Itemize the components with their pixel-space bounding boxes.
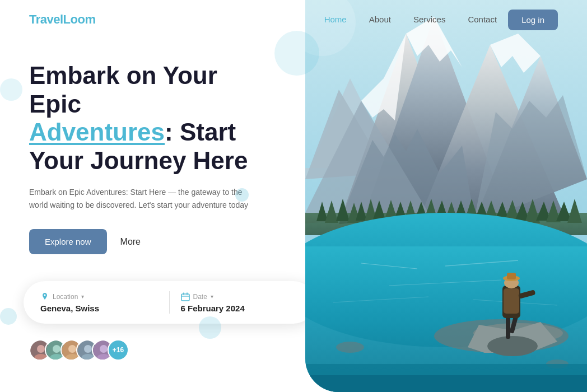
location-label-row: Location ▾ (40, 292, 158, 301)
svg-rect-70 (504, 288, 519, 314)
svg-point-5 (53, 345, 60, 353)
svg-rect-78 (305, 375, 587, 392)
location-label-text: Location (53, 293, 78, 301)
page-wrapper: TravelLoom Home About Services Contact L… (0, 0, 587, 392)
location-value: Geneva, Swiss (40, 304, 158, 313)
date-value: 6 February 2024 (181, 304, 299, 313)
nav-link-about[interactable]: About (369, 15, 391, 24)
hero-scene-svg (305, 0, 587, 392)
nav-item-services[interactable]: Services (413, 15, 446, 25)
svg-point-14 (100, 345, 108, 353)
svg-point-8 (68, 345, 76, 353)
explore-now-button[interactable]: Explore now (29, 229, 107, 254)
nav-links: Home About Services Contact (324, 15, 497, 25)
hero-title-line1: Embark on Your Epic (29, 62, 217, 118)
hero-content: Embark on Your Epic Adventures: Start Yo… (29, 62, 276, 254)
logo-text-after: m (85, 12, 95, 26)
left-panel: Embark on Your Epic Adventures: Start Yo… (0, 0, 305, 392)
hero-buttons: Explore now More (29, 229, 276, 254)
svg-point-66 (487, 336, 538, 356)
avatars-row: +16 (29, 339, 276, 361)
nav-item-contact[interactable]: Contact (468, 15, 497, 25)
date-section[interactable]: Date ▾ 6 February 2024 (181, 292, 299, 313)
location-chevron-icon: ▾ (81, 293, 84, 300)
svg-rect-67 (506, 316, 510, 339)
navbar: TravelLoom Home About Services Contact L… (0, 0, 587, 39)
nav-item-home[interactable]: Home (324, 15, 347, 25)
more-button[interactable]: More (120, 237, 141, 247)
right-panel (305, 0, 587, 392)
date-label-row: Date ▾ (181, 292, 299, 301)
svg-rect-74 (507, 273, 516, 279)
location-icon (40, 292, 49, 301)
search-bar: Location ▾ Geneva, Swiss Date ▾ 6 Fe (24, 281, 305, 324)
nav-item-about[interactable]: About (369, 15, 391, 25)
hero-title: Embark on Your Epic Adventures: Start Yo… (29, 62, 276, 175)
date-chevron-icon: ▾ (211, 293, 213, 300)
hero-image (305, 0, 587, 392)
nav-link-home[interactable]: Home (324, 15, 347, 24)
search-divider (169, 291, 170, 314)
logo: TravelLoom (29, 12, 324, 27)
location-section[interactable]: Location ▾ Geneva, Swiss (40, 292, 158, 313)
calendar-icon (181, 292, 190, 301)
svg-point-75 (336, 342, 364, 353)
nav-link-services[interactable]: Services (413, 15, 446, 24)
avatar-count: +16 (108, 339, 129, 361)
hero-title-highlight: Adventures (29, 118, 165, 146)
logo-highlight: oo (71, 12, 85, 26)
svg-point-2 (37, 345, 45, 353)
date-label-text: Date (193, 293, 207, 301)
hero-subtitle: Embark on Epic Adventures: Start Here — … (29, 186, 253, 211)
login-button[interactable]: Log in (508, 10, 558, 30)
nav-link-contact[interactable]: Contact (468, 15, 497, 24)
svg-point-11 (84, 345, 92, 353)
svg-rect-0 (181, 294, 189, 301)
logo-text-before: TravelL (29, 12, 71, 26)
